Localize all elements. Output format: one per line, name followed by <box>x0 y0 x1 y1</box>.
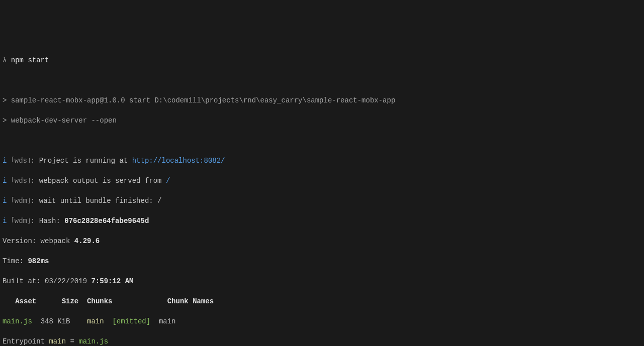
wds-line-1: i ｢wds｣: Project is running at http://lo… <box>3 156 641 166</box>
blank-line <box>3 136 641 146</box>
time-line: Time: 982ms <box>3 256 641 266</box>
wdm-line-2: i ｢wdm｣: Hash: 076c2828e64fabe9645d <box>3 216 641 226</box>
info-icon: i <box>3 177 7 185</box>
command-text: npm start <box>11 56 49 64</box>
server-url[interactable]: http://localhost:8082/ <box>132 157 225 165</box>
entrypoint-line: Entrypoint main = main.js <box>3 336 641 346</box>
prompt-symbol: λ <box>3 56 7 64</box>
blank-line <box>3 75 641 85</box>
terminal-output: λ npm start > sample-react-mobx-app@1.0.… <box>3 45 641 346</box>
npm-line-2: > webpack-dev-server --open <box>3 116 641 126</box>
info-icon: i <box>3 217 7 225</box>
wds-line-2: i ｢wds｣: webpack output is served from / <box>3 176 641 186</box>
version-line: Version: webpack 4.29.6 <box>3 236 641 246</box>
table-row: main.js 348 KiB main [emitted] main <box>3 316 641 326</box>
npm-line-1: > sample-react-mobx-app@1.0.0 start D:\c… <box>3 95 641 105</box>
wdm-line-1: i ｢wdm｣: wait until bundle finished: / <box>3 196 641 206</box>
prompt-line: λ npm start <box>3 55 641 65</box>
table-header: Asset Size Chunks Chunk Names <box>3 296 641 306</box>
info-icon: i <box>3 157 7 165</box>
info-icon: i <box>3 197 7 205</box>
hash-value: 076c2828e64fabe9645d <box>64 217 149 225</box>
built-at-line: Built at: 03/22/2019 7:59:12 AM <box>3 276 641 286</box>
